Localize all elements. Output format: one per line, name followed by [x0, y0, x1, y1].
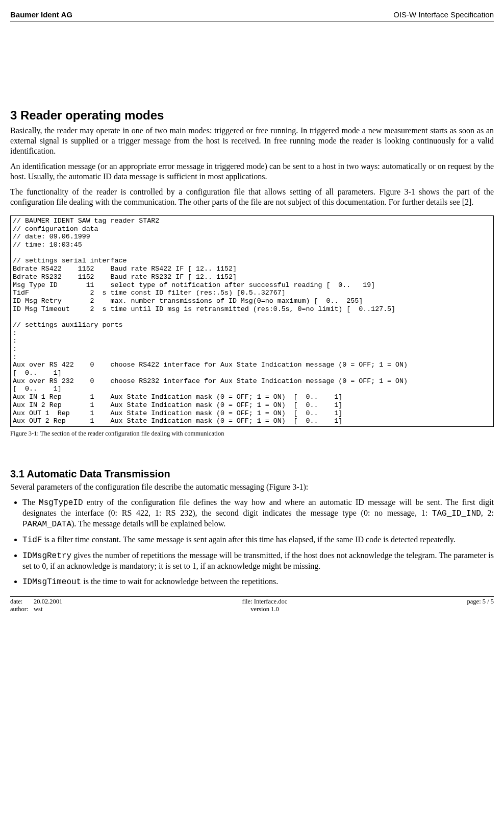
section-3-1-intro: Several parameters of the configuration …: [10, 482, 494, 492]
config-file-listing: // BAUMER IDENT SAW tag reader STAR2 // …: [10, 215, 494, 427]
page-footer: date:20.02.2001 author:wst file: Interfa…: [10, 598, 494, 613]
section-3-heading: 3 Reader operating modes: [10, 108, 494, 123]
footer-center: file: Interface.doc version 1.0: [242, 598, 287, 613]
footer-right: page: 5 / 5: [467, 598, 494, 613]
footer-rule: [10, 596, 494, 597]
footer-page: page: 5 / 5: [467, 598, 494, 606]
code-idmsgretry: IDMsgRetry: [22, 551, 71, 561]
footer-file: file: Interface.doc: [242, 598, 287, 606]
header-doc-title: OIS-W Interface Specification: [393, 10, 494, 19]
footer-author-label: author:: [10, 606, 34, 613]
code-tag-id-ind: TAG_ID_IND: [432, 509, 481, 518]
bullet-list: The MsgTypeID entry of the configuration…: [10, 497, 494, 587]
code-msgtypeid: MsgTypeID: [39, 498, 83, 508]
section-3-1-heading: 3.1 Automatic Data Transmission: [10, 468, 494, 480]
bullet-4: IDMsgTimeout is the time to wait for ack…: [22, 576, 494, 587]
bullet-1: The MsgTypeID entry of the configuration…: [22, 497, 494, 529]
footer-date-label: date:: [10, 598, 34, 606]
page-header: Baumer Ident AG OIS-W Interface Specific…: [10, 10, 494, 19]
footer-date-value: 20.02.2001: [34, 598, 62, 605]
footer-version: version 1.0: [242, 606, 287, 613]
section-3-paragraph-1: Basically, the reader may operate in one…: [10, 126, 494, 156]
footer-left: date:20.02.2001 author:wst: [10, 598, 62, 613]
header-company: Baumer Ident AG: [10, 10, 72, 19]
footer-author-value: wst: [34, 606, 42, 613]
section-3-paragraph-3: The functionality of the reader is contr…: [10, 187, 494, 207]
bullet-2: TidF is a filter time constant. The same…: [22, 535, 494, 545]
code-tidf: TidF: [22, 536, 42, 545]
section-3-paragraph-2: An identification message (or an appropr…: [10, 161, 494, 182]
bullet-3: IDMsgRetry gives the number of repetitio…: [22, 550, 494, 571]
code-param-data: PARAM_DATA: [22, 520, 71, 529]
figure-3-1-caption: Figure 3-1: The section of the reader co…: [10, 430, 494, 438]
header-rule: [10, 21, 494, 21]
code-idmsgtimeout: IDMsgTimeout: [22, 577, 81, 587]
